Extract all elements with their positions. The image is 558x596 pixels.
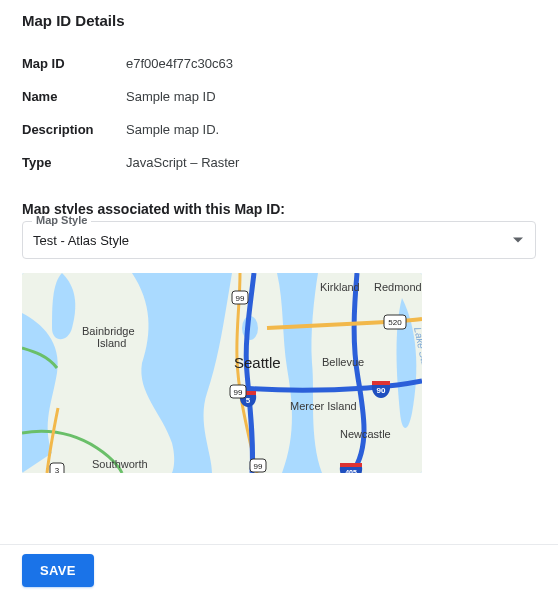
svg-text:90: 90	[377, 386, 386, 395]
shield-sr99b: 99	[230, 385, 246, 398]
map-label-bainbridge1: Bainbridge	[82, 325, 135, 337]
detail-label-mapid: Map ID	[22, 47, 126, 80]
section-title-styles: Map styles associated with this Map ID:	[22, 201, 536, 217]
svg-text:99: 99	[254, 462, 263, 471]
table-row: Name Sample map ID	[22, 80, 536, 113]
detail-value-mapid: e7f00e4f77c30c63	[126, 47, 536, 80]
footer-bar: SAVE	[0, 544, 558, 596]
svg-text:99: 99	[234, 388, 243, 397]
detail-value-description: Sample map ID.	[126, 113, 536, 146]
map-preview[interactable]: 5 405 90 520 99 99	[22, 273, 422, 473]
svg-text:99: 99	[236, 294, 245, 303]
detail-value-name: Sample map ID	[126, 80, 536, 113]
section-title-details: Map ID Details	[22, 12, 536, 29]
save-button[interactable]: SAVE	[22, 554, 94, 587]
svg-text:520: 520	[388, 318, 402, 327]
map-style-select-value: Test - Atlas Style	[33, 233, 129, 248]
shield-sr99c: 99	[250, 459, 266, 472]
map-label-bellevue: Bellevue	[322, 356, 364, 368]
svg-rect-4	[340, 463, 362, 467]
table-row: Type JavaScript – Raster	[22, 146, 536, 179]
table-row: Map ID e7f00e4f77c30c63	[22, 47, 536, 80]
map-label-mercer: Mercer Island	[290, 400, 357, 412]
shield-sr520: 520	[384, 315, 406, 329]
table-row: Description Sample map ID.	[22, 113, 536, 146]
map-style-select-wrap: Map Style Test - Atlas Style	[22, 221, 536, 259]
map-style-select[interactable]: Test - Atlas Style	[22, 221, 536, 259]
svg-text:5: 5	[246, 396, 251, 405]
shield-i405: 405	[340, 463, 362, 473]
map-label-kirkland: Kirkland	[320, 281, 360, 293]
detail-value-type: JavaScript – Raster	[126, 146, 536, 179]
map-label-redmond: Redmond	[374, 281, 422, 293]
detail-label-name: Name	[22, 80, 126, 113]
svg-text:3: 3	[55, 466, 60, 473]
map-label-seattle: Seattle	[234, 354, 281, 371]
map-label-southworth: Southworth	[92, 458, 148, 470]
details-table: Map ID e7f00e4f77c30c63 Name Sample map …	[22, 47, 536, 179]
map-label-newcastle: Newcastle	[340, 428, 391, 440]
chevron-down-icon	[513, 238, 523, 243]
svg-text:405: 405	[345, 469, 357, 473]
map-style-select-label: Map Style	[32, 214, 91, 226]
detail-label-description: Description	[22, 113, 126, 146]
svg-rect-6	[372, 381, 390, 385]
shield-sr3: 3	[50, 463, 64, 473]
shield-sr99a: 99	[232, 291, 248, 304]
map-label-bainbridge2: Island	[97, 337, 126, 349]
detail-label-type: Type	[22, 146, 126, 179]
